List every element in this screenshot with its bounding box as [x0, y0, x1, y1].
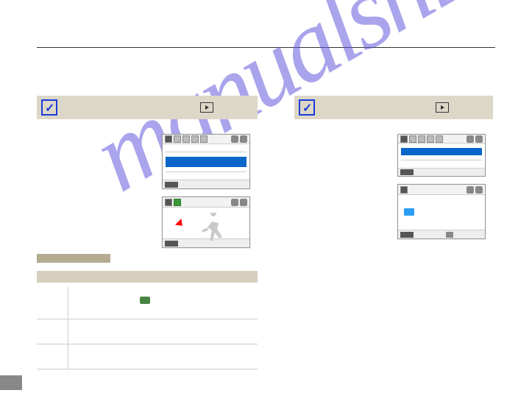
menu-label-icon: [400, 232, 414, 238]
subsection-label-bar: [37, 254, 110, 263]
left-section-header: ✓: [37, 96, 258, 119]
tab-icon: [427, 135, 434, 143]
menu-body: [163, 144, 249, 180]
badge-icon: [231, 135, 238, 143]
table-header-bar: [37, 271, 258, 283]
badge-icon: [475, 135, 483, 143]
folder-screen: [397, 184, 486, 239]
menu-label-icon: [400, 169, 414, 175]
screen-footer: [163, 180, 249, 188]
badge-icon: [467, 135, 474, 143]
tab-icon: [409, 135, 416, 143]
play-icon: [200, 102, 213, 113]
menu-label-icon: [165, 241, 178, 247]
badge-icon: [240, 199, 247, 206]
menu-label-icon: [165, 182, 178, 188]
table-row: [37, 344, 258, 369]
left-column: ✓: [37, 96, 258, 255]
screen-topbar: [398, 185, 485, 195]
badge-green-icon: [174, 199, 181, 206]
tab-icon: [165, 199, 172, 206]
menu-body: [398, 144, 485, 168]
right-column: ✓: [294, 96, 493, 247]
play-icon: [436, 102, 449, 113]
tab-icon: [436, 135, 443, 143]
folder-icon: [404, 208, 414, 216]
screen-footer: [398, 168, 485, 176]
badge-icon: [231, 199, 238, 206]
right-screenshot-stack: [397, 134, 493, 239]
table-divider: [68, 287, 68, 319]
folder-body: [398, 195, 485, 230]
screen-tabbar: [163, 135, 249, 144]
preview-screen: [162, 197, 250, 248]
badge-icon: [240, 135, 247, 143]
tab-icon: [174, 135, 181, 143]
check-icon: ✓: [299, 99, 315, 116]
table-row: [37, 319, 258, 344]
red-arrow-icon: [175, 219, 185, 229]
screen-topbar: [163, 197, 249, 208]
right-section-header: ✓: [294, 96, 493, 119]
menu-row: [166, 152, 247, 152]
left-screenshot-stack: [162, 134, 258, 248]
check-icon: ✓: [41, 99, 57, 116]
tab-icon: [200, 135, 208, 143]
menu-selection: [401, 148, 482, 155]
menu-row: [166, 171, 247, 172]
badge-icon: [475, 186, 483, 194]
tab-icon: [191, 135, 199, 143]
preview-body: [163, 208, 249, 238]
tab-icon: [400, 135, 408, 143]
badge-icon: [467, 186, 474, 194]
table-row: [37, 287, 258, 319]
screen-footer: [398, 230, 485, 238]
running-figure-icon: [197, 213, 227, 247]
menu-row: [401, 160, 482, 160]
screen-tabbar: [398, 135, 485, 144]
options-table: [37, 287, 258, 369]
nav-icon: [446, 232, 453, 238]
green-chip-icon: [140, 297, 150, 304]
table-divider: [68, 319, 68, 344]
tab-icon: [182, 135, 190, 143]
menu-selection: [166, 157, 247, 167]
tab-icon: [418, 135, 425, 143]
table-divider: [68, 344, 68, 369]
tab-icon: [400, 186, 408, 194]
tab-icon: [165, 135, 172, 143]
rule-top: [37, 47, 495, 48]
menu-screen: [162, 134, 250, 189]
page-edge-tab: [0, 375, 22, 390]
menu-screen: [397, 134, 486, 177]
